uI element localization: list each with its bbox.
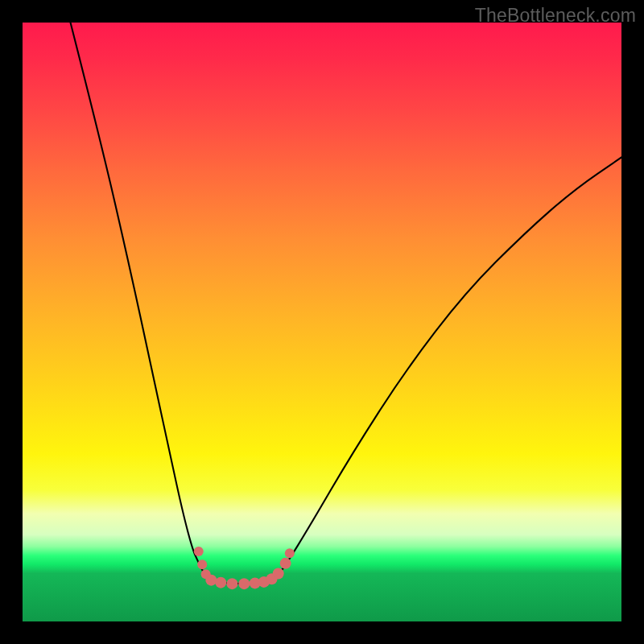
marker-dot xyxy=(238,578,250,589)
minimum-markers xyxy=(194,547,295,589)
marker-dot xyxy=(215,577,226,588)
plot-area xyxy=(23,23,621,621)
marker-dot xyxy=(285,548,295,558)
marker-dot xyxy=(226,578,237,589)
marker-dot xyxy=(205,575,217,586)
chart-frame: TheBottleneck.com xyxy=(0,0,644,644)
marker-dot xyxy=(194,547,204,556)
curve-layer xyxy=(23,23,621,621)
marker-dot xyxy=(197,559,207,569)
bottleneck-curve xyxy=(71,23,621,584)
marker-dot xyxy=(280,558,291,569)
watermark-text: TheBottleneck.com xyxy=(475,5,636,27)
marker-dot xyxy=(273,568,284,579)
